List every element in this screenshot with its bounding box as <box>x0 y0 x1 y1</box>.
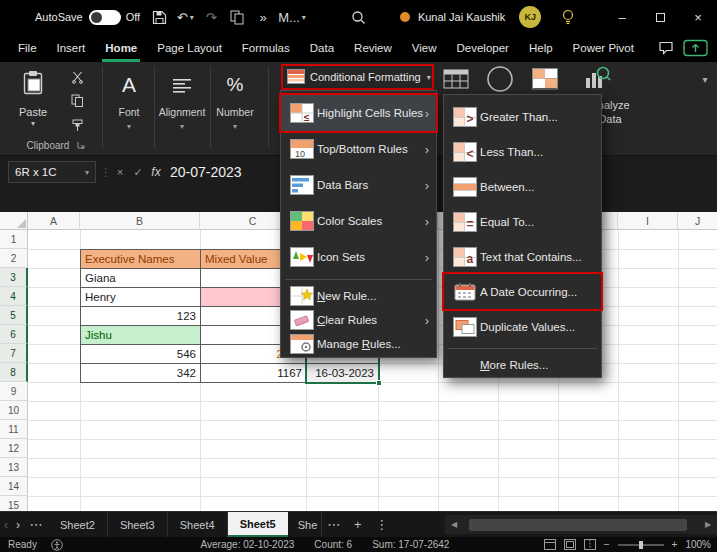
tab-scroll-left-icon[interactable]: ‹ <box>0 512 12 537</box>
cancel-icon[interactable]: × <box>112 161 128 183</box>
fill-handle[interactable] <box>376 380 382 386</box>
scroll-right-icon[interactable]: ▶ <box>699 520 717 529</box>
format-painter-button[interactable] <box>66 116 88 134</box>
menu-tab-formulas[interactable]: Formulas <box>232 34 300 62</box>
menu-item-new-rule[interactable]: New Rule... <box>281 284 436 308</box>
menu-item-manage-rules[interactable]: Manage Rules... <box>281 332 436 356</box>
cell-B4[interactable]: Henry <box>80 287 201 307</box>
undo-dropdown-icon[interactable]: ▾ <box>190 13 194 22</box>
menu-item-top-bottom-rules[interactable]: 10Top/Bottom Rules› <box>281 131 436 167</box>
zoom-knob[interactable] <box>639 541 643 549</box>
avatar[interactable]: KJ <box>519 6 541 28</box>
menu-item-greater-than[interactable]: >Greater Than... <box>444 99 601 134</box>
menu-item-duplicate-values[interactable]: Duplicate Values... <box>444 309 601 344</box>
row-header-6[interactable]: 6 <box>0 325 28 344</box>
menu-tab-data[interactable]: Data <box>300 34 344 62</box>
row-header-13[interactable]: 13 <box>0 458 28 477</box>
menu-tab-power-pivot[interactable]: Power Pivot <box>563 34 644 62</box>
cell-B7[interactable]: 546 <box>80 344 201 364</box>
scroll-left-icon[interactable]: ◀ <box>445 520 463 529</box>
menu-tab-page-layout[interactable]: Page Layout <box>147 34 232 62</box>
cell-B3[interactable]: Giana <box>80 268 201 288</box>
menu-item-more-rules[interactable]: More Rules... <box>444 353 601 377</box>
column-header-B[interactable]: B <box>80 212 200 230</box>
sheet-tab-sheet3[interactable]: Sheet3 <box>108 512 168 537</box>
select-all-corner[interactable] <box>0 212 28 230</box>
name-box[interactable]: 6R x 1C ▾ <box>8 161 96 183</box>
sheet-tab-she[interactable]: She <box>288 512 322 537</box>
column-header-I[interactable]: I <box>618 212 678 230</box>
new-sheet-button[interactable]: + <box>346 512 370 537</box>
zoom-slider[interactable] <box>618 544 664 546</box>
cell-styles-icon[interactable] <box>532 68 558 90</box>
sheet-tab-sheet2[interactable]: Sheet2 <box>48 512 108 537</box>
enter-icon[interactable]: ✓ <box>130 161 146 183</box>
menu-item-less-than[interactable]: <Less Than... <box>444 134 601 169</box>
row-header-4[interactable]: 4 <box>0 287 28 306</box>
row-header-12[interactable]: 12 <box>0 439 28 458</box>
status-sum[interactable]: Sum: 17-07-2642 <box>372 539 449 550</box>
tab-list-ellipsis-icon[interactable]: ⋯ <box>24 512 48 537</box>
font-group-button[interactable]: A Font ▾ <box>106 66 152 150</box>
menu-tab-review[interactable]: Review <box>344 34 402 62</box>
lightbulb-icon[interactable] <box>557 4 579 30</box>
menu-item-icon-sets[interactable]: Icon Sets› <box>281 239 436 275</box>
accessibility-icon[interactable] <box>51 539 63 551</box>
minimize-button[interactable]: – <box>603 0 641 34</box>
row-header-11[interactable]: 11 <box>0 420 28 439</box>
sheet-tab-sheet5[interactable]: Sheet5 <box>228 512 288 537</box>
qat-overflow-button[interactable]: » <box>252 4 274 30</box>
maximize-button[interactable] <box>641 0 679 34</box>
menu-item-text-that-contains[interactable]: aText that Contains... <box>444 239 601 274</box>
zoom-out-button[interactable]: − <box>604 539 610 550</box>
search-icon[interactable] <box>348 4 370 30</box>
page-layout-view-icon[interactable] <box>564 539 576 550</box>
row-header-14[interactable]: 14 <box>0 477 28 496</box>
column-header-A[interactable]: A <box>28 212 80 230</box>
row-header-8[interactable]: 8 <box>0 363 28 382</box>
scrollbar-thumb[interactable] <box>469 519 687 531</box>
menu-tab-insert[interactable]: Insert <box>47 34 96 62</box>
ribbon-options-chevron-icon[interactable]: ▾ <box>696 70 714 88</box>
menu-item-equal-to[interactable]: =Equal To... <box>444 204 601 239</box>
row-header-5[interactable]: 5 <box>0 306 28 325</box>
menu-tab-file[interactable]: File <box>8 34 47 62</box>
zoom-in-button[interactable]: + <box>672 539 678 550</box>
cell-C8[interactable]: 1167 <box>200 363 307 383</box>
paste-button[interactable]: Paste ▾ <box>8 66 58 140</box>
redo-button[interactable]: ↷ <box>200 4 222 30</box>
autosave-toggle[interactable] <box>89 10 121 25</box>
menu-tab-help[interactable]: Help <box>519 34 563 62</box>
menu-tab-home[interactable]: Home <box>95 34 147 62</box>
menu-item-data-bars[interactable]: Data Bars› <box>281 167 436 203</box>
share-icon[interactable] <box>681 36 711 60</box>
undo-button[interactable]: ↶▾ <box>174 4 196 30</box>
formula-bar-value[interactable]: 20-07-2023 <box>170 161 242 183</box>
conditional-formatting-button[interactable]: Conditional Formatting ▾ <box>281 64 434 90</box>
insert-function-icon[interactable]: fx <box>148 161 164 183</box>
status-count[interactable]: Count: 6 <box>314 539 352 550</box>
normal-view-icon[interactable] <box>544 539 556 550</box>
number-group-button[interactable]: % Number ▾ <box>212 66 258 150</box>
menu-item-clear-rules[interactable]: Clear Rules› <box>281 308 436 332</box>
horizontal-scrollbar[interactable]: ◀ ▶ <box>445 515 717 534</box>
menu-item-highlight-cells-rules[interactable]: ≤Highlight Cells Rules› <box>281 95 436 131</box>
comments-icon[interactable] <box>651 36 681 60</box>
status-average[interactable]: Average: 02-10-2023 <box>201 539 295 550</box>
row-header-15[interactable]: 15 <box>0 496 28 511</box>
tab-options-icon[interactable]: ⋮ <box>370 512 394 537</box>
cell-B2[interactable]: Executive Names <box>80 249 201 269</box>
cell-B8[interactable]: 342 <box>80 363 201 383</box>
menu-item-color-scales[interactable]: Color Scales› <box>281 203 436 239</box>
menu-item-between[interactable]: Between... <box>444 169 601 204</box>
zoom-level[interactable]: 100% <box>685 539 711 550</box>
row-header-10[interactable]: 10 <box>0 401 28 420</box>
cell-B6[interactable]: Jishu <box>80 325 201 345</box>
tab-overflow-ellipsis-icon[interactable]: ⋯ <box>322 512 346 537</box>
menu-item-a-date-occurring[interactable]: A Date Occurring... <box>444 274 601 309</box>
tab-scroll-right-icon[interactable]: › <box>12 512 24 537</box>
menu-tab-developer[interactable]: Developer <box>447 34 519 62</box>
format-as-table-icon[interactable] <box>443 68 469 90</box>
row-header-1[interactable]: 1 <box>0 230 28 249</box>
copy-button[interactable] <box>66 92 88 110</box>
